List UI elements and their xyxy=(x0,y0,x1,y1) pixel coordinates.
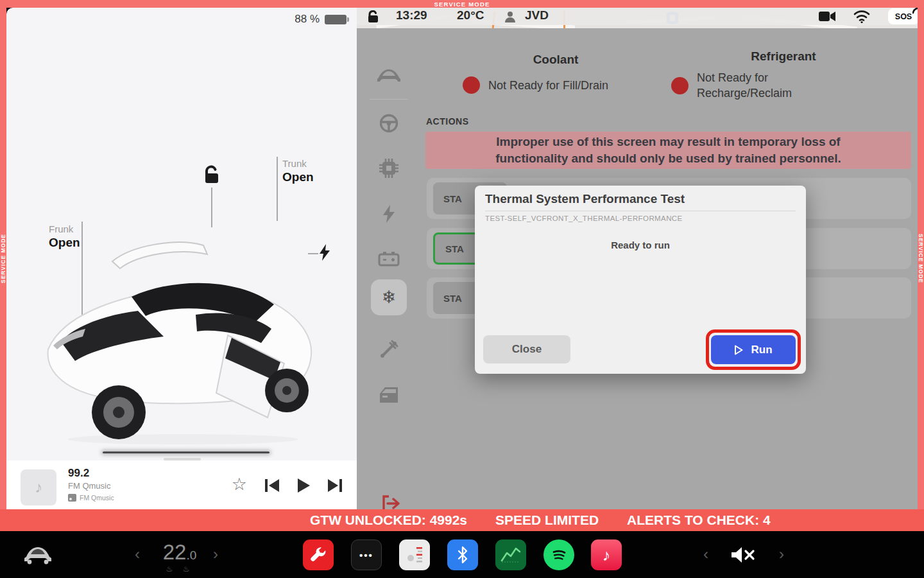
temp-increase-button[interactable]: › xyxy=(213,547,218,562)
improper-use-warning: Improper use of this screen may result i… xyxy=(425,132,911,169)
dialog-test-id: TEST-SELF_VCFRONT_X_THERMAL-PERFORMANCE xyxy=(485,215,683,222)
cabin-temperature-control[interactable]: 22.0 xyxy=(154,540,205,565)
coolant-status-text: Not Ready for Fill/Drain xyxy=(488,78,608,93)
snowflake-icon: ❄ xyxy=(382,289,397,306)
sos-label: SOS xyxy=(895,12,912,21)
bluetooth-app-button[interactable] xyxy=(447,539,478,570)
spotify-icon xyxy=(550,546,568,564)
radio-frequency: 99.2 xyxy=(68,467,89,480)
sidebar-item-closures[interactable] xyxy=(375,382,402,408)
sidebar-item-high-voltage[interactable] xyxy=(375,201,402,227)
album-art-placeholder[interactable]: ♪ xyxy=(21,469,56,505)
service-mode-left-strip: SERVICE MODE xyxy=(0,8,6,509)
service-mode-label: SERVICE MODE xyxy=(434,1,490,8)
gtw-unlocked-status: GTW UNLOCKED: 4992s xyxy=(310,512,467,528)
sidebar-item-suspension[interactable] xyxy=(375,337,402,362)
speed-limited-status: SPEED LIMITED xyxy=(495,512,599,528)
sos-arrow-icon xyxy=(912,8,918,15)
cabin-camera-icon[interactable] xyxy=(819,11,835,22)
run-button-annotation: Run xyxy=(706,329,801,370)
refrigerant-status-dot xyxy=(671,77,689,94)
sidebar-item-thermal[interactable]: ❄ xyxy=(375,285,402,310)
refrigerant-status-line1: Not Ready for xyxy=(697,71,768,84)
run-button-label: Run xyxy=(751,344,772,356)
service-mode-top-banner: SERVICE MODE xyxy=(0,0,924,8)
line-chart-icon xyxy=(501,547,521,563)
temp-integer: 22 xyxy=(163,540,187,564)
wifi-icon[interactable] xyxy=(853,10,870,23)
more-apps-button[interactable]: ••• xyxy=(351,539,382,570)
spotify-app-button[interactable] xyxy=(543,539,574,570)
media-player: ♪ 99.2 FM Qmusic FM Qmusic ☆ xyxy=(6,460,357,509)
profile-icon[interactable] xyxy=(504,10,517,23)
sidebar-item-steering[interactable] xyxy=(375,110,402,136)
volume-up-button[interactable]: › xyxy=(779,547,784,562)
service-mode-screen: SERVICE MODE SERVICE MODE SERVICE MODE G… xyxy=(0,0,924,578)
play-button[interactable] xyxy=(297,478,310,493)
thermal-test-dialog: Thermal System Performance Test TEST-SEL… xyxy=(475,186,806,374)
sidebar-item-computer[interactable] xyxy=(375,155,402,181)
service-category-sidebar: ❄ xyxy=(357,28,421,509)
refrigerant-status: Not Ready for Recharge/Reclaim xyxy=(671,70,792,101)
bluetooth-icon xyxy=(458,546,468,564)
music-note-icon: ♪ xyxy=(35,478,42,496)
coolant-section-title: Coolant xyxy=(459,53,652,67)
app-dock: ‹ 22.0 ♨ ♨ › ••• xyxy=(0,531,924,578)
sidebar-item-low-voltage-battery[interactable] xyxy=(375,246,402,272)
sidebar-item-vehicle[interactable] xyxy=(375,63,402,89)
battery-icon xyxy=(325,15,346,24)
clock: 13:29 xyxy=(396,8,427,22)
trunk-label: Trunk xyxy=(282,158,314,169)
actions-section-label: ACTIONS xyxy=(426,116,469,127)
play-outline-icon xyxy=(734,345,743,355)
service-app-button[interactable] xyxy=(303,539,334,570)
volume-muted-icon[interactable] xyxy=(730,546,757,564)
tuner-icon xyxy=(406,545,424,565)
music-note-icon: ♪ xyxy=(603,546,611,565)
service-mode-label: SERVICE MODE xyxy=(0,234,6,283)
warning-line2: functionality and should only be used by… xyxy=(495,150,841,167)
exit-service-mode-button[interactable] xyxy=(381,495,400,509)
source-name: FM Qmusic xyxy=(80,494,114,502)
previous-track-button[interactable] xyxy=(264,478,280,493)
status-bar: 13:29 20°C JVD SOS xyxy=(357,8,918,25)
trunk-callout: Trunk Open xyxy=(282,158,314,184)
sidebar-divider xyxy=(370,99,408,100)
battery-percent: 88 % xyxy=(295,13,320,26)
vehicle-shadow xyxy=(103,451,270,453)
outside-temperature: 20°C xyxy=(457,8,484,22)
vehicle-panel: 88 % Trunk Open Frunk Open xyxy=(6,8,357,509)
charts-app-button[interactable] xyxy=(495,539,526,570)
coolant-status-dot xyxy=(463,76,480,94)
apple-music-app-button[interactable]: ♪ xyxy=(591,539,622,570)
map-strip: 13:29 20°C JVD SOS xyxy=(357,8,918,28)
dialog-title: Thermal System Performance Test xyxy=(485,192,685,206)
close-button[interactable]: Close xyxy=(483,335,570,363)
unlocked-icon xyxy=(203,165,221,184)
unlocked-icon[interactable] xyxy=(366,10,381,23)
dialog-run-status: Ready to run xyxy=(475,240,806,250)
refrigerant-section-title: Refrigerant xyxy=(690,49,877,64)
temp-decimal: .0 xyxy=(186,548,196,562)
driver-profile-name[interactable]: JVD xyxy=(525,8,549,22)
coolant-status: Not Ready for Fill/Drain xyxy=(463,76,608,94)
favorite-button[interactable]: ☆ xyxy=(232,476,247,493)
wrench-icon xyxy=(310,547,327,563)
run-button[interactable]: Run xyxy=(711,335,796,364)
alerts-to-check-status: ALERTS TO CHECK: 4 xyxy=(627,512,771,528)
station-name: FM Qmusic xyxy=(68,481,110,491)
vehicle-3d-view[interactable] xyxy=(35,200,330,454)
seat-heater-icons[interactable]: ♨ ♨ xyxy=(154,565,205,574)
warning-line1: Improper use of this screen may result i… xyxy=(496,134,840,150)
service-mode-label: SERVICE MODE xyxy=(918,234,924,283)
service-alert-bar: GTW UNLOCKED: 4992s SPEED LIMITED ALERTS… xyxy=(0,509,924,531)
volume-down-button[interactable]: ‹ xyxy=(703,547,708,562)
battery-status: 88 % xyxy=(295,13,346,26)
vehicle-controls-button[interactable] xyxy=(23,545,53,565)
refrigerant-status-line2: Recharge/Reclaim xyxy=(697,87,792,100)
next-track-button[interactable] xyxy=(327,478,343,493)
dialog-divider xyxy=(485,211,796,211)
trunk-state: Open xyxy=(282,170,314,184)
temp-decrease-button[interactable]: ‹ xyxy=(135,547,140,562)
radio-app-button[interactable] xyxy=(399,539,430,570)
